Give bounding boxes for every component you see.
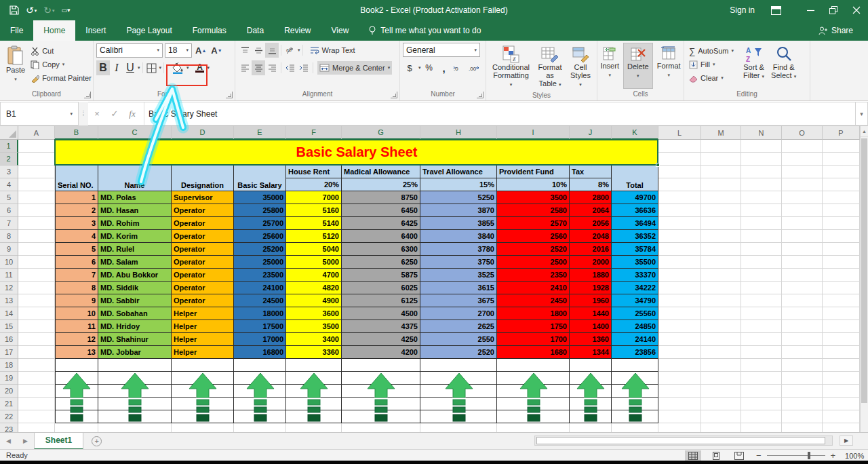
cell-data[interactable]: 4820 (286, 282, 342, 294)
tab-view[interactable]: View (321, 20, 359, 41)
column-header-L[interactable]: L (658, 126, 701, 140)
cell-data[interactable]: 5 (55, 243, 98, 256)
cell-empty[interactable] (497, 359, 570, 372)
cell-data[interactable]: 5140 (286, 217, 342, 230)
green-up-arrow-shape[interactable] (620, 373, 650, 422)
cell-data[interactable]: 3600 (286, 307, 342, 320)
cell-data[interactable]: 3615 (420, 282, 497, 294)
cell-data[interactable]: 3400 (286, 333, 342, 346)
borders-button[interactable] (145, 60, 159, 75)
header-allowance-pct[interactable]: 25% (342, 178, 420, 191)
cell-data[interactable]: 23500 (234, 269, 286, 282)
name-box-dropdown-arrow[interactable]: ▾ (70, 111, 73, 117)
row-header-21[interactable]: 21 (0, 398, 18, 410)
column-header-M[interactable]: M (701, 126, 741, 140)
row-header-3[interactable]: 3 (0, 166, 18, 178)
select-all-corner[interactable] (0, 126, 18, 140)
cell-data[interactable]: 5250 (420, 191, 497, 204)
row-header-18[interactable]: 18 (0, 359, 18, 372)
cell-data[interactable]: 7000 (286, 191, 342, 204)
cell-data[interactable]: MD. Korim (98, 230, 172, 243)
name-box[interactable]: B1 ▾ (0, 102, 79, 125)
conditional-formatting-button[interactable]: ≠ Conditional Formatting ▾ (489, 43, 533, 90)
cell-data[interactable]: 2570 (497, 217, 570, 230)
selection-fill-handle[interactable] (656, 163, 660, 167)
cell-data[interactable]: 25700 (234, 217, 286, 230)
delete-dropdown-arrow[interactable]: ▾ (637, 71, 639, 80)
cell-data[interactable]: 1400 (570, 320, 612, 333)
cell-data[interactable]: MD. Shahinur (98, 333, 172, 346)
cell-data[interactable]: 25600 (234, 230, 286, 243)
enter-check-icon[interactable]: ✓ (106, 109, 123, 119)
borders-dropdown-arrow[interactable]: ▾ (159, 65, 162, 71)
spreadsheet-grid[interactable]: ABCDEFGHIJKLMNOP123456789101112131415161… (0, 126, 860, 432)
cell-data[interactable]: 1440 (570, 307, 612, 320)
cell-data[interactable]: Operator (172, 204, 234, 217)
header-total[interactable]: Total (612, 166, 658, 191)
cell-data[interactable]: 3500 (497, 191, 570, 204)
row-header-19[interactable]: 19 (0, 372, 18, 385)
cell-data[interactable]: 2056 (570, 217, 612, 230)
underline-dropdown-arrow[interactable]: ▾ (138, 65, 140, 71)
cell-data[interactable]: 9 (55, 294, 98, 307)
cell-data[interactable]: MD. Sabbir (98, 294, 172, 307)
cell-data[interactable]: 24850 (612, 320, 658, 333)
ribbon-display-options-icon[interactable] (771, 6, 781, 15)
fill-dropdown-arrow[interactable]: ▾ (713, 62, 715, 67)
green-up-arrow-shape[interactable] (299, 373, 329, 422)
insert-function-icon[interactable]: fx (123, 109, 141, 119)
cell-data[interactable]: 35500 (612, 256, 658, 269)
sign-in-link[interactable]: Sign in (730, 5, 755, 15)
cell-data[interactable]: 24140 (612, 333, 658, 346)
green-up-arrow-shape[interactable] (62, 373, 92, 422)
row-header-4[interactable]: 4 (0, 178, 18, 191)
font-name-select[interactable]: Calibri▾ (96, 43, 163, 58)
insert-cells-button[interactable]: Insert ▾ (597, 43, 623, 89)
cell-data[interactable]: 6250 (342, 256, 420, 269)
cell-data[interactable]: 3855 (420, 217, 497, 230)
row-header-23[interactable]: 23 (0, 423, 18, 432)
new-sheet-button[interactable]: + (92, 436, 102, 446)
alignment-dialog-launcher[interactable] (391, 92, 397, 98)
cell-data[interactable]: MD. Hridoy (98, 320, 172, 333)
horizontal-scroll-thumb[interactable] (536, 437, 825, 444)
cell-data[interactable]: 25000 (234, 256, 286, 269)
row-header-9[interactable]: 9 (0, 243, 18, 256)
cell-data[interactable]: 2048 (570, 230, 612, 243)
cell-data[interactable]: Operator (172, 217, 234, 230)
cell-data[interactable]: Supervisor (172, 191, 234, 204)
cell-data[interactable]: 3675 (420, 294, 497, 307)
cell-data[interactable]: 12 (55, 333, 98, 346)
column-header-E[interactable]: E (234, 126, 286, 140)
cell-data[interactable]: 3840 (420, 230, 497, 243)
sheet-tab-sheet1[interactable]: Sheet1 (34, 433, 83, 450)
bold-button[interactable]: B (96, 60, 110, 75)
cell-data[interactable]: 1344 (570, 346, 612, 359)
row-header-17[interactable]: 17 (0, 346, 18, 359)
green-up-arrow-shape[interactable] (519, 373, 549, 422)
column-header-C[interactable]: C (98, 126, 172, 140)
row-header-5[interactable]: 5 (0, 191, 18, 204)
cell-data[interactable]: 4500 (342, 307, 420, 320)
font-size-select[interactable]: 18▾ (165, 43, 192, 58)
cell-data[interactable]: 25800 (234, 204, 286, 217)
wrap-text-button[interactable]: Wrap Text (308, 43, 357, 57)
cell-data[interactable]: 24500 (234, 294, 286, 307)
cell-data[interactable]: 2800 (570, 191, 612, 204)
green-up-arrow-shape[interactable] (188, 373, 218, 422)
header-allowance-label[interactable]: House Rent (286, 166, 342, 178)
middle-align-button[interactable] (252, 43, 265, 58)
cell-data[interactable]: 2625 (420, 320, 497, 333)
cell-data[interactable]: 1680 (497, 346, 570, 359)
header-allowance-label[interactable]: Madical Allowance (342, 166, 420, 178)
cell-data[interactable]: 10 (55, 307, 98, 320)
cell-data[interactable]: 17000 (234, 333, 286, 346)
cell-data[interactable]: 6425 (342, 217, 420, 230)
cell-data[interactable]: Operator (172, 230, 234, 243)
cell-data[interactable]: 1360 (570, 333, 612, 346)
cell-data[interactable]: MD. Rulel (98, 243, 172, 256)
sort-filter-button[interactable]: AZ Sort & Filter ▾ (740, 43, 768, 89)
column-header-N[interactable]: N (741, 126, 782, 140)
format-cells-button[interactable]: Format ▾ (654, 43, 684, 89)
cell-data[interactable]: 1 (55, 191, 98, 204)
